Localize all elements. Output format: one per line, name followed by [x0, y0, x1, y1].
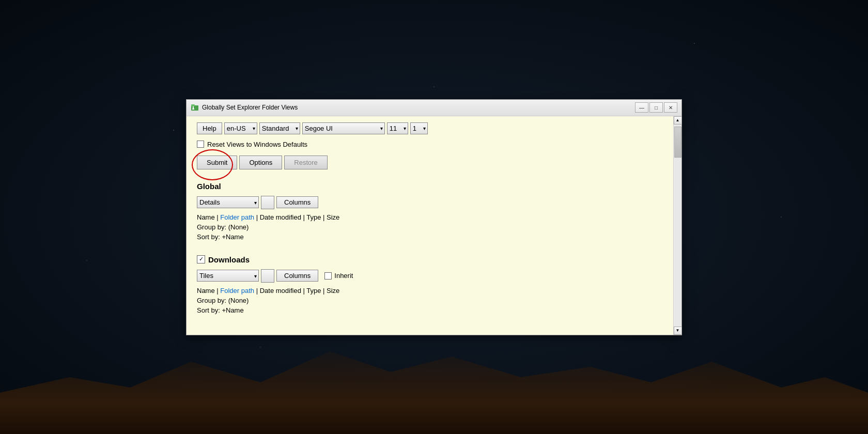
scrollbar: ▲ ▼ [673, 116, 681, 335]
reset-checkbox[interactable] [197, 141, 204, 148]
titlebar-controls: — □ ✕ [635, 102, 677, 113]
help-button[interactable]: Help [197, 122, 222, 134]
downloads-sort-by: Sort by: +Name [197, 306, 663, 314]
global-columns-button[interactable]: Columns [276, 196, 318, 208]
weight-select-wrapper: 1 23 [410, 122, 428, 134]
downloads-small-btn[interactable] [261, 269, 274, 283]
inherit-label: Inherit [334, 272, 353, 280]
downloads-header: Downloads [197, 255, 663, 264]
locale-select-wrapper: en-US en-GB fr-FR [224, 122, 257, 134]
window-content: Help en-US en-GB fr-FR Standard Bold Ita… [187, 116, 681, 335]
titlebar: Globally Set Explorer Folder Views — □ ✕ [187, 100, 681, 116]
titlebar-left: Globally Set Explorer Folder Views [191, 103, 298, 112]
global-view-wrapper: Details TilesIconsListContent [197, 196, 259, 208]
global-group-by: Group by: (None) [197, 223, 663, 231]
restore-button[interactable]: Restore [284, 156, 328, 169]
locale-select[interactable]: en-US en-GB fr-FR [224, 122, 257, 134]
options-button[interactable]: Options [239, 156, 282, 169]
svg-rect-1 [191, 104, 195, 106]
main-area: Help en-US en-GB fr-FR Standard Bold Ita… [187, 116, 673, 335]
size-select[interactable]: 11 89101214 [387, 122, 408, 134]
scrollbar-thumb[interactable] [674, 127, 681, 158]
downloads-folder-path-link[interactable]: Folder path [220, 287, 254, 295]
close-button[interactable]: ✕ [664, 102, 677, 113]
global-sort-by: Sort by: +Name [197, 233, 663, 241]
downloads-title: Downloads [208, 255, 250, 264]
scroll-up-arrow[interactable]: ▲ [674, 116, 682, 125]
downloads-view-select[interactable]: Tiles DetailsIconsListContent [197, 270, 259, 282]
downloads-columns-button[interactable]: Columns [276, 270, 318, 282]
style-select-wrapper: Standard Bold Italic [259, 122, 300, 134]
scrollbar-track [674, 125, 681, 327]
downloads-group-by: Group by: (None) [197, 297, 663, 304]
global-folder-path-link[interactable]: Folder path [220, 213, 254, 221]
global-small-btn[interactable] [261, 196, 274, 209]
reset-checkbox-row: Reset Views to Windows Defaults [197, 141, 663, 148]
global-controls: Details TilesIconsListContent Columns [197, 196, 663, 209]
font-select-wrapper: Segoe UI Arial Tahoma [302, 122, 385, 134]
size-select-wrapper: 11 89101214 [387, 122, 408, 134]
inherit-checkbox[interactable] [324, 272, 332, 280]
downloads-view-wrapper: Tiles DetailsIconsListContent [197, 270, 259, 282]
font-select[interactable]: Segoe UI Arial Tahoma [302, 122, 385, 134]
global-view-select[interactable]: Details TilesIconsListContent [197, 196, 259, 208]
scroll-down-arrow[interactable]: ▼ [674, 327, 682, 335]
downloads-section: Downloads Tiles DetailsIconsListContent … [197, 255, 663, 314]
maximize-button[interactable]: □ [649, 102, 663, 113]
window-title: Globally Set Explorer Folder Views [202, 104, 298, 111]
toolbar: Help en-US en-GB fr-FR Standard Bold Ita… [197, 122, 663, 141]
minimize-button[interactable]: — [635, 102, 648, 113]
downloads-controls: Tiles DetailsIconsListContent Columns In… [197, 269, 663, 283]
app-icon [191, 103, 199, 112]
downloads-checkbox[interactable] [197, 255, 205, 264]
global-section: Global Details TilesIconsListContent Col… [197, 182, 663, 241]
downloads-columns-info: Name | Folder path | Date modified | Typ… [197, 287, 663, 295]
submit-button[interactable]: Submit [197, 156, 237, 169]
svg-rect-3 [192, 109, 194, 110]
main-window: Globally Set Explorer Folder Views — □ ✕… [186, 99, 682, 335]
weight-select[interactable]: 1 23 [410, 122, 428, 134]
buttons-row: Submit Options Restore [197, 156, 663, 169]
style-select[interactable]: Standard Bold Italic [259, 122, 300, 134]
inherit-check: Inherit [324, 272, 353, 280]
reset-label: Reset Views to Windows Defaults [207, 141, 307, 148]
global-title: Global [197, 182, 663, 191]
global-columns-info: Name | Folder path | Date modified | Typ… [197, 213, 663, 221]
